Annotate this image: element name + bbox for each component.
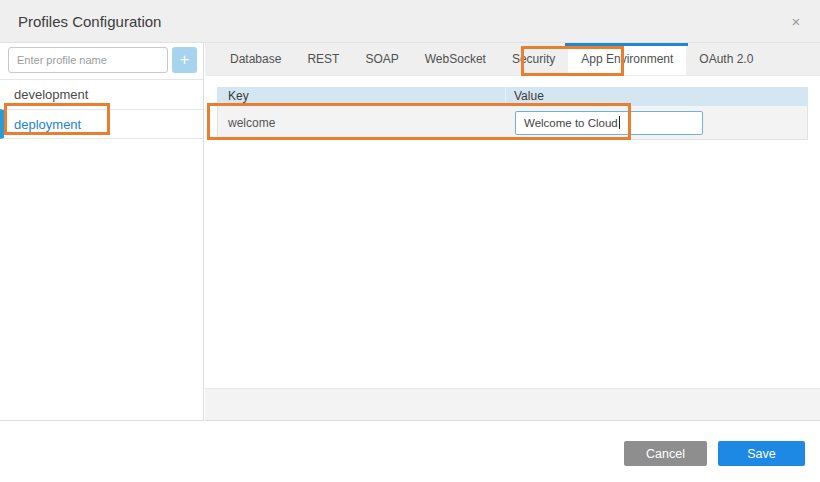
text-caret: [619, 116, 620, 129]
panel-footer-strip: [205, 388, 820, 420]
value-input[interactable]: Welcome to Cloud: [515, 111, 703, 135]
profile-item-development[interactable]: development: [0, 79, 203, 109]
title-bar: Profiles Configuration ×: [0, 0, 820, 43]
tab-soap[interactable]: SOAP: [352, 43, 411, 75]
key-cell: welcome: [218, 116, 505, 130]
profiles-sidebar: + development deployment: [0, 43, 204, 421]
tab-database[interactable]: Database: [217, 43, 294, 75]
cancel-button[interactable]: Cancel: [624, 441, 707, 466]
tab-app-environment[interactable]: App Environment: [568, 43, 686, 75]
column-header-key: Key: [217, 87, 505, 106]
profile-list: development deployment: [0, 79, 203, 139]
save-button[interactable]: Save: [718, 441, 805, 466]
dialog-title: Profiles Configuration: [18, 0, 161, 43]
add-profile-button[interactable]: +: [172, 47, 197, 73]
value-input-text: Welcome to Cloud: [524, 117, 618, 129]
profile-item-deployment[interactable]: deployment: [0, 109, 203, 139]
tab-rest[interactable]: REST: [294, 43, 352, 75]
table-header-row: Key Value: [217, 87, 808, 106]
tab-bar: Database REST SOAP WebSocket Security Ap…: [205, 43, 820, 76]
column-header-value: Value: [505, 87, 808, 106]
tab-security[interactable]: Security: [499, 43, 568, 75]
tab-websocket[interactable]: WebSocket: [412, 43, 499, 75]
value-cell: Welcome to Cloud: [505, 106, 807, 139]
close-icon[interactable]: ×: [784, 0, 808, 43]
profile-name-input[interactable]: [8, 47, 168, 73]
tab-oauth-2-0[interactable]: OAuth 2.0: [686, 43, 766, 75]
profiles-configuration-dialog: Profiles Configuration × + development d…: [0, 0, 820, 482]
profile-entry-bar: +: [8, 47, 197, 74]
app-environment-table: Key Value welcome Welcome to Cloud: [217, 87, 808, 140]
table-row: welcome Welcome to Cloud: [217, 106, 808, 140]
profile-detail-panel: Database REST SOAP WebSocket Security Ap…: [205, 43, 820, 421]
dialog-footer: Cancel Save: [0, 421, 820, 482]
